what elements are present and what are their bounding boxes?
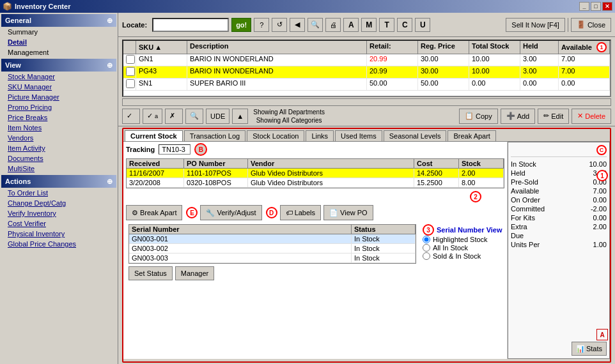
tab-transaction-log[interactable]: Transaction Log [184, 130, 245, 141]
copy-button[interactable]: 📋 Copy [459, 109, 498, 124]
delete-button[interactable]: ✕ Delete [572, 109, 611, 124]
cell-held: 3.00 [520, 54, 559, 66]
col-serial: Serial Number [129, 225, 352, 234]
search-button[interactable]: 🔍 [308, 18, 323, 32]
col-sku[interactable]: SKU ▲ [136, 41, 187, 54]
sidebar-item-cost-verifier[interactable]: Cost Verifier [1, 218, 116, 229]
btn-u[interactable]: U [415, 18, 430, 32]
print-button[interactable]: 🖨 [325, 18, 341, 32]
radio-highlighted-input[interactable] [423, 236, 430, 243]
refresh-button[interactable]: ↺ [272, 18, 287, 32]
sidebar-item-documents[interactable]: Documents [1, 153, 116, 163]
btn-a[interactable]: A [343, 18, 359, 32]
grid-row[interactable]: PG43 BARIO IN WONDERLAND 20.99 30.00 10.… [123, 66, 610, 79]
checkmark-button[interactable]: ✓ [122, 109, 140, 124]
view-po-button[interactable]: 📄 View PO [323, 205, 373, 220]
sidebar-item-multisite[interactable]: MultiSite [1, 163, 116, 174]
radio-all-input[interactable] [423, 244, 430, 252]
serial-row[interactable]: GN003-001 In Stock [129, 234, 416, 244]
btn-t[interactable]: T [379, 18, 394, 32]
sidebar-header-general[interactable]: General ⊕ [1, 14, 116, 27]
checkmark-edit-button[interactable]: ✓a [143, 109, 162, 124]
sidebar-item-stock-manager[interactable]: Stock Manager [1, 72, 116, 82]
tab-used-items[interactable]: Used Items [335, 130, 382, 141]
verify-adjust-button[interactable]: 🔧 Verify/Adjust [200, 205, 261, 220]
sidebar-item-change-dept[interactable]: Change Dept/Catg [1, 198, 116, 208]
locate-input[interactable] [152, 18, 229, 32]
row-checkbox[interactable] [126, 79, 135, 88]
sidebar-item-global-price-changes[interactable]: Global Price Changes [1, 239, 116, 249]
sidebar-item-summary[interactable]: Summary [1, 27, 116, 37]
maximize-button[interactable]: □ [591, 2, 601, 11]
minimize-button[interactable]: _ [579, 2, 589, 11]
go-button[interactable]: go! [231, 18, 251, 32]
col-total-stock[interactable]: Total Stock [469, 41, 520, 54]
tab-current-stock[interactable]: Current Stock [125, 130, 183, 141]
btn-m[interactable]: M [361, 18, 377, 32]
committed-row: Committed -2.00 [511, 204, 607, 213]
cell-check[interactable] [123, 66, 136, 78]
edit-button[interactable]: ✏ Edit [538, 109, 569, 124]
radio-sold-in-stock[interactable]: Sold & In Stock [423, 252, 503, 260]
sidebar-item-management[interactable]: Management [1, 47, 116, 57]
cross-button[interactable]: ✗ [165, 109, 183, 124]
sidebar-item-promo-pricing[interactable]: Promo Pricing [1, 102, 116, 112]
tab-stock-location[interactable]: Stock Location [247, 130, 304, 141]
row-checkbox[interactable] [126, 55, 135, 64]
grid-scrollbar[interactable] [122, 98, 611, 106]
close-window-button[interactable]: ✕ [602, 2, 612, 11]
cell-check[interactable] [123, 79, 136, 90]
grid-row[interactable]: SN1 SUPER BARIO III 50.00 50.00 0.00 0.0… [123, 79, 610, 91]
grid-row[interactable]: GN1 BARIO IN WONDERLAND 20.99 30.00 10.0… [123, 54, 610, 66]
help-button[interactable]: ? [254, 18, 269, 32]
back-button[interactable]: ◀ [290, 18, 305, 32]
btn-c[interactable]: C [397, 18, 412, 32]
available-value: 7.00 [593, 187, 607, 195]
serial-number-view-link[interactable]: Serial Number View [437, 226, 502, 234]
sidebar-item-to-order-list[interactable]: To Order List [1, 188, 116, 198]
add-button[interactable]: ➕ Add [501, 109, 536, 124]
col-available[interactable]: Available1 [559, 41, 610, 54]
set-status-button[interactable]: Set Status [128, 266, 173, 280]
tab-seasonal-levels[interactable]: Seasonal Levels [384, 130, 447, 141]
sidebar-item-vendors[interactable]: Vendors [1, 133, 116, 143]
radio-highlighted[interactable]: Highlighted Stock [423, 236, 503, 243]
stock-row[interactable]: 11/16/2007 1101-107POS Glub Video Distri… [127, 169, 504, 178]
sidebar-header-view[interactable]: View ⊕ [1, 59, 116, 72]
stock-row[interactable]: 3/20/2008 0320-108POS Glub Video Distrib… [127, 178, 504, 188]
manager-button[interactable]: Manager [175, 266, 214, 280]
tab-links[interactable]: Links [306, 130, 334, 141]
row-checkbox[interactable] [126, 67, 135, 76]
stats-button[interactable]: 📊 Stats [572, 342, 607, 356]
sell-it-now-button[interactable]: Sell It Now [F4] [506, 18, 565, 32]
labels-icon: 🏷 [286, 209, 293, 216]
close-button[interactable]: 🚪 Close [571, 18, 611, 32]
col-retail[interactable]: Retail: [367, 41, 418, 54]
serial-row[interactable]: GN003-002 In Stock [129, 244, 416, 254]
col-held[interactable]: Held [520, 41, 559, 54]
radio-all-in-stock[interactable]: All In Stock [423, 244, 503, 252]
binoculars-button[interactable]: 🔍 [185, 109, 203, 124]
sidebar-header-actions[interactable]: Actions ⊕ [1, 175, 116, 188]
labels-button[interactable]: 🏷 Labels [280, 205, 321, 220]
radio-sold-input[interactable] [423, 252, 430, 260]
col-desc[interactable]: Description [187, 41, 367, 54]
sidebar-item-item-notes[interactable]: Item Notes [1, 123, 116, 133]
sidebar-item-detail[interactable]: Detail [1, 37, 116, 47]
tab-break-apart[interactable]: Break Apart [448, 130, 495, 141]
break-apart-button[interactable]: ⚙ Break Apart [126, 205, 182, 220]
ude-button[interactable]: UDE [206, 109, 230, 124]
app-icon: 📦 [3, 2, 12, 11]
cell-check[interactable] [123, 54, 136, 66]
cell-sku: SN1 [136, 79, 187, 90]
serial-row[interactable]: GN003-003 In Stock [129, 254, 416, 263]
sidebar-item-item-activity[interactable]: Item Activity [1, 143, 116, 153]
sidebar-item-verify-inventory[interactable]: Verify Inventory [1, 208, 116, 218]
sidebar-item-sku-manager[interactable]: SKU Manager [1, 82, 116, 92]
sidebar-item-physical-inventory[interactable]: Physical Inventory [1, 229, 116, 239]
col-reg-price[interactable]: Reg. Price [418, 41, 469, 54]
sidebar-item-picture-manager[interactable]: Picture Manager [1, 92, 116, 102]
sidebar-item-price-breaks[interactable]: Price Breaks [1, 112, 116, 123]
up-button[interactable]: ▲ [232, 109, 248, 124]
cell-cost: 15.2500 [414, 178, 459, 187]
